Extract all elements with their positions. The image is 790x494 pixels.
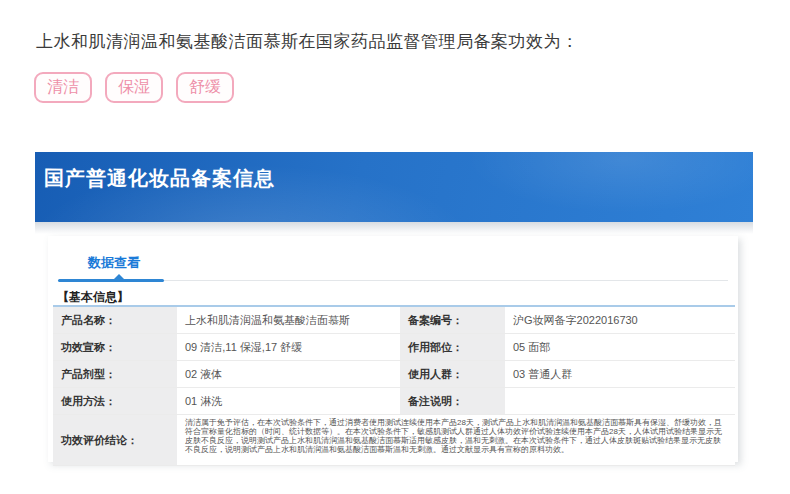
field-label-product-name: 产品名称： — [53, 307, 177, 333]
section-title-basic-info: 【基本信息】 — [57, 289, 129, 306]
field-value-usage-method: 01 淋洗 — [177, 388, 400, 414]
field-label-usage-method: 使用方法： — [53, 388, 177, 414]
field-label-efficacy-conclusion: 功效评价结论： — [53, 415, 177, 465]
table-row: 产品名称： 上水和肌清润温和氨基酸洁面慕斯 备案编号： 沪G妆网备字202201… — [53, 307, 735, 334]
field-label-efficacy-claims: 功效宣称： — [53, 334, 177, 360]
table-row-conclusion: 功效评价结论： 清洁属于免予评估，在本次试验条件下，通过消费者使用测试连续使用本… — [53, 415, 735, 466]
table-row: 产品剂型： 02 液体 使用人群： 03 普通人群 — [53, 361, 735, 388]
tab-active-underline — [58, 279, 164, 282]
field-label-product-form: 产品剂型： — [53, 361, 177, 387]
table-row: 使用方法： 01 淋洗 备注说明： — [53, 388, 735, 415]
tab-bar: 数据查看 — [58, 252, 728, 281]
tag-soothing[interactable]: 舒缓 — [176, 72, 234, 103]
field-value-registration-number: 沪G妆网备字2022016730 — [505, 307, 735, 333]
field-value-target-users: 03 普通人群 — [505, 361, 735, 387]
tag-moisturizing[interactable]: 保湿 — [105, 72, 163, 103]
field-label-registration-number: 备案编号： — [400, 307, 505, 333]
registration-info-banner: 国产普通化妆品备案信息 — [35, 152, 753, 222]
field-label-remarks: 备注说明： — [400, 388, 505, 414]
field-label-target-users: 使用人群： — [400, 361, 505, 387]
field-value-efficacy-claims: 09 清洁,11 保湿,17 舒缓 — [177, 334, 400, 360]
banner-shadow — [35, 222, 753, 234]
field-value-efficacy-conclusion: 清洁属于免予评估，在本次试验条件下，通过消费者使用测试连续使用本产品28天，测试… — [177, 415, 735, 465]
field-label-application-area: 作用部位： — [400, 334, 505, 360]
field-value-remarks — [505, 388, 735, 414]
banner-title: 国产普通化妆品备案信息 — [35, 152, 753, 192]
tab-data-view[interactable]: 数据查看 — [88, 254, 140, 272]
page-title: 上水和肌清润温和氨基酸洁面慕斯在国家药品监督管理局备案功效为： — [36, 30, 579, 53]
field-value-product-form: 02 液体 — [177, 361, 400, 387]
registration-info-card: 数据查看 【基本信息】 产品名称： 上水和肌清润温和氨基酸洁面慕斯 备案编号： … — [48, 236, 738, 462]
tab-caret-icon — [114, 274, 124, 279]
basic-info-table: 产品名称： 上水和肌清润温和氨基酸洁面慕斯 备案编号： 沪G妆网备字202201… — [53, 305, 735, 466]
field-value-application-area: 05 面部 — [505, 334, 735, 360]
tag-cleansing[interactable]: 清洁 — [34, 72, 92, 103]
efficacy-tag-list: 清洁 保湿 舒缓 — [34, 72, 234, 103]
table-row: 功效宣称： 09 清洁,11 保湿,17 舒缓 作用部位： 05 面部 — [53, 334, 735, 361]
field-value-product-name: 上水和肌清润温和氨基酸洁面慕斯 — [177, 307, 400, 333]
